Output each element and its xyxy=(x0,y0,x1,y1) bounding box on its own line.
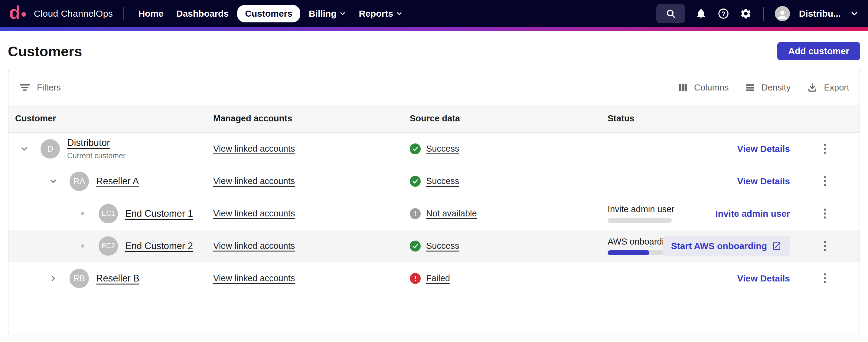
table-row: EC2 End Customer 2 View linked accounts … xyxy=(8,230,860,262)
customer-avatar: RA xyxy=(69,172,89,191)
navbar-actions: ? Distribu... xyxy=(656,4,859,23)
kebab-menu-button[interactable] xyxy=(821,238,829,254)
table-row: D Distributor Current customer View link… xyxy=(8,133,860,165)
source-data-cell: Success xyxy=(410,143,608,154)
filters-button[interactable]: Filters xyxy=(19,83,61,93)
toolbar-right-group: Columns Density Export xyxy=(678,82,849,93)
check-icon xyxy=(412,243,419,250)
source-status-link[interactable]: Success xyxy=(426,176,459,186)
bell-icon xyxy=(695,8,707,19)
customer-avatar: EC1 xyxy=(99,204,118,223)
start-aws-onboarding-button[interactable]: Start AWS onboarding xyxy=(663,236,790,256)
download-icon xyxy=(807,82,818,93)
add-customer-button[interactable]: Add customer xyxy=(777,42,860,60)
progress-bar xyxy=(608,250,672,255)
brand-logo[interactable]: d xyxy=(9,4,26,23)
source-data-cell: Success xyxy=(410,240,608,252)
collapse-row-button[interactable] xyxy=(45,173,62,190)
navbar-divider xyxy=(763,7,764,21)
expand-row-button[interactable] xyxy=(45,270,62,287)
density-label: Density xyxy=(761,83,790,93)
error-icon: ! xyxy=(410,273,421,284)
view-linked-accounts-link[interactable]: View linked accounts xyxy=(213,176,295,186)
collapse-row-button[interactable] xyxy=(16,140,33,158)
menu-cell xyxy=(790,270,860,286)
invite-admin-user-link[interactable]: Invite admin user xyxy=(715,208,790,219)
status-label: Invite admin user xyxy=(608,204,675,214)
not-available-icon: ! xyxy=(410,208,421,219)
column-header-customer[interactable]: Customer xyxy=(8,114,213,123)
filter-icon xyxy=(19,83,31,92)
view-details-link[interactable]: View Details xyxy=(737,144,790,154)
action-cell: Invite admin user xyxy=(678,208,790,219)
chevron-right-icon xyxy=(49,274,58,283)
columns-button[interactable]: Columns xyxy=(678,82,728,93)
user-name[interactable]: Distribu... xyxy=(799,8,841,19)
customer-name-link[interactable]: Distributor xyxy=(67,137,125,148)
menu-cell xyxy=(790,205,860,222)
status-cell: Invite admin user xyxy=(608,204,678,223)
managed-accounts-cell: View linked accounts xyxy=(213,273,410,283)
customer-name-link[interactable]: Reseller A xyxy=(96,176,139,187)
menu-cell xyxy=(790,238,860,254)
view-details-link[interactable]: View Details xyxy=(737,176,790,187)
customer-name-link[interactable]: End Customer 2 xyxy=(125,240,193,252)
view-linked-accounts-link[interactable]: View linked accounts xyxy=(213,241,295,251)
managed-accounts-cell: View linked accounts xyxy=(213,144,410,154)
chevron-down-icon xyxy=(49,177,58,186)
density-button[interactable]: Density xyxy=(745,82,790,93)
table-body: D Distributor Current customer View link… xyxy=(8,133,860,294)
view-linked-accounts-link[interactable]: View linked accounts xyxy=(213,208,295,219)
source-status-link[interactable]: Success xyxy=(426,241,459,251)
customer-name-link[interactable]: Reseller B xyxy=(96,273,140,284)
source-status-link[interactable]: Failed xyxy=(426,273,450,283)
nav-item-customers[interactable]: Customers xyxy=(237,5,300,22)
customer-name-link[interactable]: End Customer 1 xyxy=(125,208,193,219)
chevron-down-icon xyxy=(396,10,403,17)
nav-item-reports[interactable]: Reports xyxy=(355,5,407,22)
source-status-link[interactable]: Success xyxy=(426,144,459,154)
progress-bar xyxy=(608,218,672,223)
logo-letter: d xyxy=(9,3,21,22)
source-status-link[interactable]: Not available xyxy=(426,208,477,219)
columns-label: Columns xyxy=(694,83,728,93)
kebab-menu-button[interactable] xyxy=(821,270,829,286)
success-icon xyxy=(410,240,421,252)
bullet-icon xyxy=(74,205,91,222)
menu-cell xyxy=(790,173,860,189)
export-button[interactable]: Export xyxy=(807,82,849,93)
nav-item-reports-label: Reports xyxy=(359,8,393,19)
user-avatar[interactable] xyxy=(775,6,790,21)
check-icon xyxy=(412,178,419,185)
column-header-source-data[interactable]: Source data xyxy=(410,114,608,123)
managed-accounts-cell: View linked accounts xyxy=(213,208,410,219)
top-navbar: d Cloud ChannelOps Home Dashboards Custo… xyxy=(0,0,868,27)
kebab-menu-button[interactable] xyxy=(821,205,829,222)
nav-item-home[interactable]: Home xyxy=(134,5,167,22)
columns-icon xyxy=(678,82,688,93)
person-icon xyxy=(776,8,789,21)
settings-button[interactable] xyxy=(739,7,752,20)
view-linked-accounts-link[interactable]: View linked accounts xyxy=(213,144,295,154)
help-button[interactable]: ? xyxy=(717,7,730,20)
kebab-menu-button[interactable] xyxy=(821,141,829,157)
column-header-managed-accounts[interactable]: Managed accounts xyxy=(213,114,410,123)
column-header-status[interactable]: Status xyxy=(608,114,678,123)
customer-cell: EC1 End Customer 1 xyxy=(8,204,213,223)
managed-accounts-cell: View linked accounts xyxy=(213,241,410,251)
page-title: Customers xyxy=(8,43,82,60)
view-linked-accounts-link[interactable]: View linked accounts xyxy=(213,273,295,283)
progress-fill xyxy=(608,250,649,255)
kebab-menu-button[interactable] xyxy=(821,173,829,189)
search-button[interactable] xyxy=(656,4,685,23)
table-header-row: Customer Managed accounts Source data St… xyxy=(8,105,860,133)
nav-item-billing[interactable]: Billing xyxy=(305,5,350,22)
chevron-down-icon xyxy=(339,10,346,17)
user-menu-chevron[interactable] xyxy=(850,9,859,18)
success-icon xyxy=(410,143,421,154)
action-cell: View Details xyxy=(678,273,790,284)
view-details-link[interactable]: View Details xyxy=(737,273,790,284)
nav-item-dashboards[interactable]: Dashboards xyxy=(172,5,233,22)
notifications-button[interactable] xyxy=(694,7,708,20)
density-icon xyxy=(745,82,755,93)
